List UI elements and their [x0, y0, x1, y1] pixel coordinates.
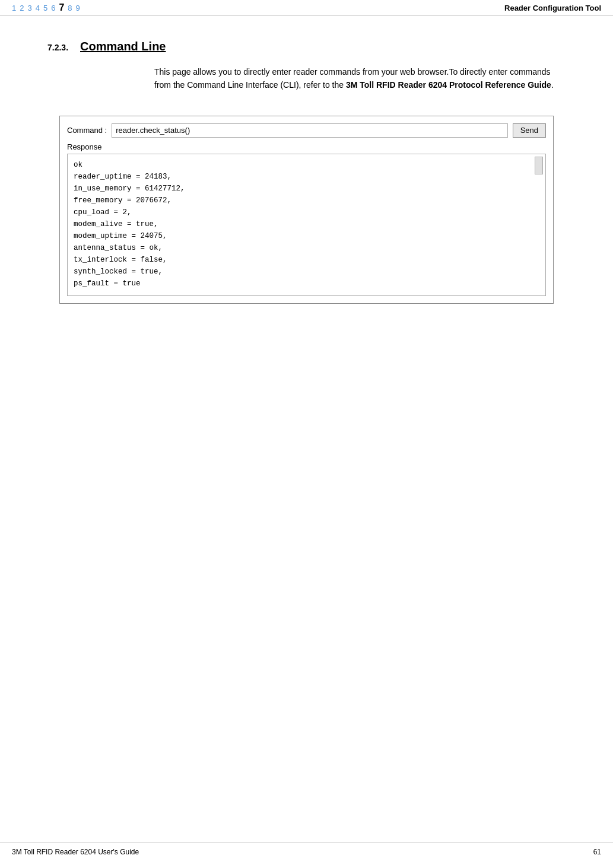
page-header: 1 2 3 4 5 6 7 8 9 Reader Configuration T… — [0, 0, 613, 16]
response-area: ok reader_uptime = 24183, in_use_memory … — [67, 154, 546, 296]
header-title: Reader Configuration Tool — [504, 4, 601, 12]
page-num-3: 3 — [27, 4, 31, 12]
page-num-1: 1 — [12, 4, 16, 12]
footer-page-number: 61 — [593, 848, 601, 856]
page-num-5: 5 — [43, 4, 47, 12]
command-input[interactable] — [112, 123, 507, 138]
footer-left: 3M Toll RFID Reader 6204 User's Guide — [12, 848, 139, 856]
page-num-2: 2 — [20, 4, 24, 12]
section-title: Command Line — [80, 40, 166, 53]
response-label: Response — [67, 142, 546, 151]
page-num-6: 6 — [51, 4, 55, 12]
main-content: 7.2.3. Command Line This page allows you… — [0, 16, 613, 339]
response-text: ok reader_uptime = 24183, in_use_memory … — [74, 159, 539, 290]
section-heading: 7.2.3. Command Line — [47, 40, 566, 53]
page-num-4: 4 — [36, 4, 40, 12]
page-num-7-active: 7 — [59, 2, 64, 13]
page-num-8: 8 — [68, 4, 72, 12]
command-panel: Command : Send Response ok reader_uptime… — [59, 116, 554, 304]
command-row: Command : Send — [67, 123, 546, 138]
page-num-9: 9 — [76, 4, 80, 12]
page-number-nav: 1 2 3 4 5 6 7 8 9 — [12, 2, 80, 13]
page-footer: 3M Toll RFID Reader 6204 User's Guide 61 — [0, 842, 613, 856]
send-button[interactable]: Send — [513, 123, 546, 138]
scrollbar[interactable] — [535, 157, 543, 174]
section-number: 7.2.3. — [47, 43, 68, 52]
section-description: This page allows you to directly enter r… — [154, 65, 566, 92]
description-bold-ref: 3M Toll RFID Reader 6204 Protocol Refere… — [346, 80, 551, 90]
command-label: Command : — [67, 126, 107, 135]
description-text2: . — [551, 80, 554, 90]
